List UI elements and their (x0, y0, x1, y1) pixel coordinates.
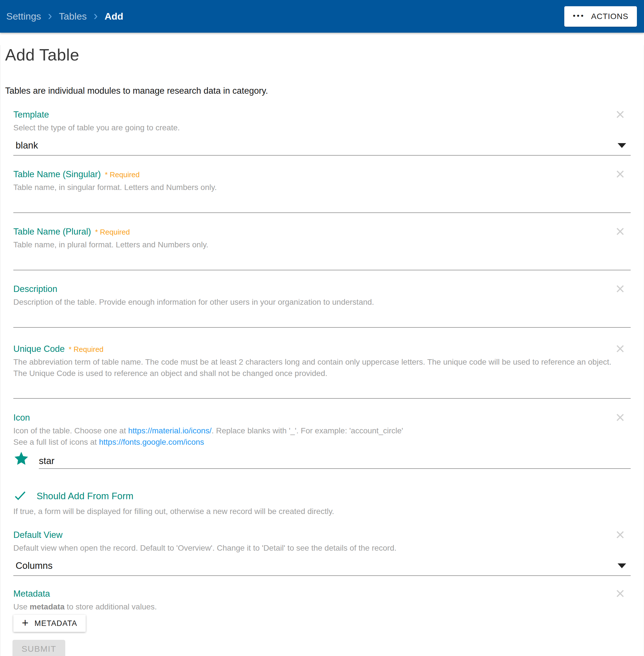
plural-help: Table name, in plural format. Letters an… (13, 239, 631, 250)
field-description: Description Description of the table. Pr… (13, 284, 631, 328)
description-label: Description (13, 284, 57, 294)
singular-label: Table Name (Singular) (13, 169, 101, 179)
required-badge: * Required (105, 170, 140, 179)
field-icon: Icon Icon of the table. Choose one at ht… (13, 413, 631, 469)
required-badge: * Required (69, 345, 104, 354)
material-icons-link[interactable]: https://material.io/icons/ (128, 426, 212, 435)
metadata-help-prefix: Use (13, 602, 30, 611)
plural-input[interactable] (13, 253, 631, 270)
star-icon (13, 451, 39, 469)
chevron-right-icon: › (48, 9, 52, 22)
template-label: Template (13, 110, 49, 120)
field-table-name-plural: Table Name (Plural) * Required Table nam… (13, 226, 631, 270)
icon-help: Icon of the table. Choose one at https:/… (13, 425, 631, 448)
breadcrumb: Settings › Tables › Add (6, 10, 123, 23)
dropdown-arrow-icon (618, 563, 626, 568)
plural-label: Table Name (Plural) (13, 226, 91, 237)
field-metadata: Metadata Use metadata to store additiona… (13, 589, 631, 632)
template-help: Select the type of table you are going t… (13, 122, 631, 133)
add-metadata-button-label: METADATA (34, 619, 77, 628)
plus-icon: + (22, 617, 29, 629)
close-icon[interactable] (614, 108, 627, 121)
unique-code-input[interactable] (13, 381, 631, 399)
chevron-right-icon: › (94, 9, 98, 22)
close-icon[interactable] (614, 282, 627, 296)
dropdown-arrow-icon (618, 143, 626, 148)
submit-button[interactable]: SUBMIT (13, 640, 65, 656)
actions-button-label: ACTIONS (591, 12, 628, 21)
field-default-view: Default View Default view when open the … (13, 530, 631, 576)
checkmark-icon (13, 489, 27, 503)
field-table-name-singular: Table Name (Singular) * Required Table n… (13, 169, 631, 213)
default-view-label: Default View (13, 530, 63, 540)
actions-button[interactable]: ••• ACTIONS (564, 6, 637, 27)
default-view-help: Default view when open the record. Defau… (13, 542, 631, 554)
unique-code-help: The abbreviation term of table name. The… (13, 356, 631, 379)
app-header: Settings › Tables › Add ••• ACTIONS (0, 0, 644, 32)
icon-help-line2-prefix: See a full list of icons at (13, 438, 99, 446)
close-icon[interactable] (614, 225, 627, 238)
close-icon[interactable] (614, 342, 627, 355)
page-intro: Tables are individual modules to manage … (5, 86, 639, 96)
field-should-add-from-form: Should Add From Form If true, a form wil… (13, 489, 631, 517)
google-fonts-icons-link[interactable]: https://fonts.google.com/icons (99, 438, 204, 446)
close-icon[interactable] (614, 587, 627, 600)
icon-label: Icon (13, 413, 30, 423)
icon-help-line1-suffix: . Replace blanks with '_'. For example: … (212, 426, 403, 435)
default-view-select-value: Columns (16, 560, 52, 571)
breadcrumb-tables[interactable]: Tables (59, 11, 87, 22)
breadcrumb-settings[interactable]: Settings (6, 11, 41, 22)
field-template: Template Select the type of table you ar… (13, 110, 631, 156)
metadata-help-suffix: to store additional values. (65, 602, 157, 611)
description-input[interactable] (13, 310, 631, 328)
icon-name-input[interactable]: star (39, 454, 631, 469)
unique-code-label: Unique Code (13, 344, 65, 354)
metadata-help: Use metadata to store additional values. (13, 601, 631, 613)
should-add-from-form-checkbox[interactable]: Should Add From Form (13, 489, 631, 503)
ellipsis-icon: ••• (573, 12, 585, 19)
template-select[interactable]: blank (13, 136, 631, 156)
singular-help: Table name, in singular format. Letters … (13, 182, 631, 193)
icon-name-value: star (39, 456, 54, 466)
description-help: Description of the table. Provide enough… (13, 297, 631, 308)
breadcrumb-add: Add (105, 11, 123, 22)
field-unique-code: Unique Code * Required The abbreviation … (13, 344, 631, 399)
default-view-select[interactable]: Columns (13, 556, 631, 576)
should-add-from-form-label: Should Add From Form (37, 491, 133, 502)
singular-input[interactable] (13, 195, 631, 213)
page-title: Add Table (5, 45, 639, 64)
add-metadata-button[interactable]: + METADATA (13, 615, 86, 632)
close-icon[interactable] (614, 528, 627, 541)
metadata-label: Metadata (13, 589, 50, 599)
metadata-help-bold: metadata (30, 602, 65, 611)
page-content: Add Table Tables are individual modules … (0, 45, 644, 656)
close-icon[interactable] (614, 411, 627, 424)
close-icon[interactable] (614, 168, 627, 181)
template-select-value: blank (16, 140, 38, 151)
icon-help-line1-prefix: Icon of the table. Choose one at (13, 426, 128, 435)
should-add-from-form-help: If true, a form will be displayed for fi… (13, 506, 631, 517)
required-badge: * Required (95, 228, 130, 237)
